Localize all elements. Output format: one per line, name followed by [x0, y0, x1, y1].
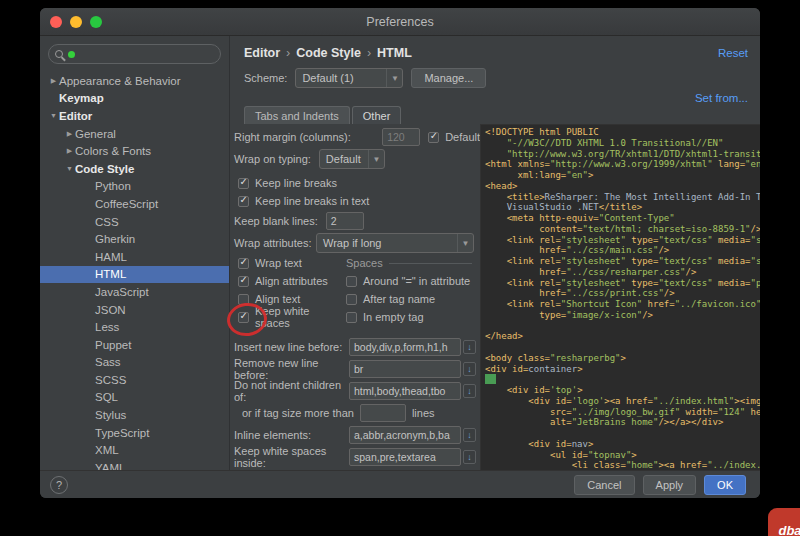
chevron-down-icon[interactable]: ▼ [48, 112, 59, 119]
sidebar-item-coffeescript[interactable]: CoffeeScript [40, 195, 229, 213]
sidebar-item-python[interactable]: Python [40, 178, 229, 196]
apply-button[interactable]: Apply [643, 475, 697, 495]
set-from-link[interactable]: Set from... [695, 92, 748, 106]
scheme-label: Scheme: [244, 72, 287, 84]
sidebar-item-appearance-behavior[interactable]: ▶Appearance & Behavior [40, 72, 229, 90]
wrap-on-typing-select[interactable]: Default ▼ [319, 149, 385, 169]
checkbox-align-attributes[interactable] [238, 276, 249, 287]
ok-button[interactable]: OK [704, 475, 746, 495]
keep-blank-lines-field[interactable]: 2 [326, 212, 364, 230]
tab-tabs-and-indents[interactable]: Tabs and Indents [244, 106, 350, 124]
sidebar-item-gherkin[interactable]: Gherkin [40, 230, 229, 248]
sidebar-tree: ▶Appearance & BehaviorKeymap▼Editor▶Gene… [40, 70, 229, 470]
wrap-attributes-select[interactable]: Wrap if long ▼ [316, 233, 474, 253]
align-text-label: Align text [255, 293, 300, 305]
breadcrumb-separator: › [367, 46, 371, 60]
sidebar: ▶Appearance & BehaviorKeymap▼Editor▶Gene… [40, 36, 230, 470]
checkbox-keep-white-spaces[interactable] [238, 312, 249, 323]
manage-button[interactable]: Manage... [411, 68, 486, 88]
checkbox-after-tag-name[interactable] [346, 294, 357, 305]
sidebar-item-stylus[interactable]: Stylus [40, 406, 229, 424]
sidebar-item-css[interactable]: CSS [40, 213, 229, 231]
sidebar-item-xml[interactable]: XML [40, 441, 229, 459]
breadcrumb-editor[interactable]: Editor [244, 46, 280, 60]
sidebar-item-label: Python [95, 180, 131, 192]
sidebar-item-label: Gherkin [95, 233, 135, 245]
settings-search-input[interactable] [48, 44, 221, 64]
sidebar-item-less[interactable]: Less [40, 318, 229, 336]
expand-list-icon[interactable]: ↓ [463, 362, 476, 376]
sidebar-item-keymap[interactable]: Keymap [40, 90, 229, 108]
checkbox-default[interactable] [428, 132, 439, 143]
chevron-right-icon[interactable]: ▶ [64, 130, 75, 138]
sidebar-item-sql[interactable]: SQL [40, 389, 229, 407]
code-line: content="text/html; charset=iso-8859-1"/… [485, 224, 760, 235]
keep-ws-inside-field[interactable]: span,pre,textarea [349, 448, 461, 466]
sidebar-item-yaml[interactable]: YAML [40, 459, 229, 470]
sidebar-item-typescript[interactable]: TypeScript [40, 424, 229, 442]
reset-link[interactable]: Reset [718, 47, 748, 59]
code-line [485, 342, 760, 353]
sidebar-item-json[interactable]: JSON [40, 301, 229, 319]
sidebar-item-code-style[interactable]: ▼Code Style [40, 160, 229, 178]
insert-new-line-field[interactable]: body,div,p,form,h1,h [349, 338, 461, 356]
checkbox-around-equals[interactable] [346, 276, 357, 287]
sidebar-item-label: Appearance & Behavior [59, 75, 180, 87]
code-line: <ul id="topnav"> [485, 450, 760, 461]
expand-list-icon[interactable]: ↓ [463, 384, 476, 398]
sidebar-item-label: TypeScript [95, 427, 149, 439]
sidebar-item-javascript[interactable]: JavaScript [40, 283, 229, 301]
sidebar-item-scss[interactable]: SCSS [40, 371, 229, 389]
lines-suffix-label: lines [412, 407, 435, 419]
tab-bar: Tabs and Indents Other [230, 106, 760, 124]
sidebar-item-puppet[interactable]: Puppet [40, 336, 229, 354]
sidebar-item-label: Stylus [95, 409, 126, 421]
code-line: "-//W3C//DTD XHTML 1.0 Transitional//EN" [485, 138, 760, 149]
keep-ws-inside-label: Keep white spaces inside: [234, 445, 349, 469]
sidebar-item-sass[interactable]: Sass [40, 354, 229, 372]
wrap-attributes-value: Wrap if long [317, 237, 457, 249]
dba-badge: dba [768, 508, 800, 536]
tag-size-field[interactable] [360, 404, 406, 422]
sidebar-item-colors-fonts[interactable]: ▶Colors & Fonts [40, 142, 229, 160]
code-line: <meta http-equiv="Content-Type" [485, 213, 760, 224]
checkbox-align-text[interactable] [238, 294, 249, 305]
sidebar-item-label: SCSS [95, 374, 126, 386]
sidebar-item-html[interactable]: HTML [40, 266, 229, 284]
expand-list-icon[interactable]: ↓ [463, 340, 476, 354]
keep-line-breaks-label: Keep line breaks [255, 177, 337, 189]
code-line: </head> [485, 331, 760, 342]
help-button[interactable]: ? [50, 476, 68, 494]
tab-other[interactable]: Other [352, 106, 402, 124]
expand-list-icon[interactable]: ↓ [463, 428, 476, 442]
no-indent-children-field[interactable]: html,body,thead,tbo [349, 382, 461, 400]
sidebar-item-editor[interactable]: ▼Editor [40, 107, 229, 125]
chevron-right-icon[interactable]: ▶ [64, 147, 75, 155]
expand-list-icon[interactable]: ↓ [463, 450, 476, 464]
sidebar-item-label: Code Style [75, 163, 134, 175]
code-line: href="../css/resharper.css"/> [485, 267, 760, 278]
right-margin-field[interactable]: 120 [382, 128, 420, 146]
around-equals-label: Around "=" in attribute [363, 275, 470, 287]
scheme-select[interactable]: Default (1) ▼ [295, 68, 403, 88]
section-divider [389, 263, 472, 264]
chevron-down-icon[interactable]: ▼ [64, 165, 75, 172]
code-line: <div id='top'> [485, 385, 760, 396]
chevron-right-icon[interactable]: ▶ [48, 77, 59, 85]
title-bar[interactable]: Preferences [40, 8, 760, 36]
breadcrumb-code-style[interactable]: Code Style [296, 46, 361, 60]
cancel-button[interactable]: Cancel [574, 475, 634, 495]
checkbox-wrap-text[interactable] [238, 258, 249, 269]
checkbox-keep-line-breaks-in-text[interactable] [238, 196, 249, 207]
code-preview[interactable]: <!DOCTYPE html PUBLIC "-//W3C//DTD XHTML… [480, 124, 760, 470]
checkbox-in-empty-tag[interactable] [346, 312, 357, 323]
inline-elements-label: Inline elements: [234, 429, 311, 441]
remove-new-line-field[interactable]: br [349, 360, 461, 378]
breadcrumb: Editor › Code Style › HTML [244, 46, 412, 60]
sidebar-item-general[interactable]: ▶General [40, 125, 229, 143]
sidebar-item-haml[interactable]: HAML [40, 248, 229, 266]
inline-elements-field[interactable]: a,abbr,acronym,b,ba [349, 426, 461, 444]
code-line [485, 428, 760, 439]
checkbox-keep-line-breaks[interactable] [238, 178, 249, 189]
code-line: <title>ReSharper: The Most Intelligent A… [485, 192, 760, 203]
